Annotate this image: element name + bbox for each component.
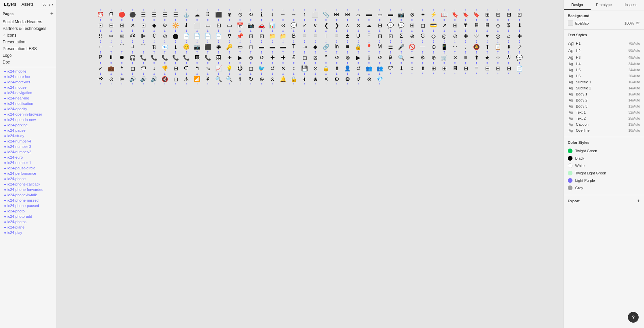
icon-cell-62[interactable]: ❯ xyxy=(332,21,341,30)
tab-design[interactable]: Design xyxy=(564,0,591,10)
icon-cell-257[interactable]: 🔔 xyxy=(279,75,287,83)
icon-cell-98[interactable]: B xyxy=(289,32,298,40)
color-style-item-1[interactable]: Black xyxy=(568,155,640,162)
icon-cell-122[interactable]: ⌒ xyxy=(118,42,126,51)
icon-cell-104[interactable]: U xyxy=(354,32,363,40)
icon-cell-141[interactable]: 🔗 xyxy=(322,42,330,51)
icon-cell-99[interactable]: ≡ xyxy=(300,32,309,40)
export-add-button[interactable]: + xyxy=(637,198,640,204)
icon-cell-237[interactable]: ⊟ xyxy=(494,64,502,73)
icon-cell-33[interactable]: 🔖 xyxy=(451,10,459,19)
icon-cell-27[interactable]: ▬ xyxy=(386,10,395,19)
layer-item-ic24-mobile[interactable]: ◆ic24-mobile xyxy=(0,69,56,74)
icon-cell-138[interactable]: T xyxy=(289,42,298,51)
icon-cell-76[interactable]: 🖥 xyxy=(483,21,492,30)
icon-cell-118[interactable]: ⌂ xyxy=(504,32,513,40)
page-presentation-less[interactable]: Presentation LESS xyxy=(0,45,56,52)
icon-cell-85[interactable]: € xyxy=(150,32,158,40)
icon-cell-100[interactable]: ≡ xyxy=(311,32,320,40)
text-style-item-14[interactable]: Ag Overline 10/Auto xyxy=(568,127,640,133)
icon-cell-249[interactable]: 📶 xyxy=(193,75,201,83)
icon-cell-226[interactable]: 👥 xyxy=(375,64,384,73)
icon-cell-58[interactable]: 💬 xyxy=(289,21,298,30)
icon-cell-72[interactable]: ↗ xyxy=(440,21,449,30)
icon-cell-131[interactable]: ◉ xyxy=(214,42,223,51)
background-visibility-icon[interactable]: 👁 xyxy=(636,21,640,26)
icon-cell-109[interactable]: ⊕ xyxy=(408,32,416,40)
text-style-item-0[interactable]: Ag H1 70/Auto xyxy=(568,40,640,47)
icon-cell-97[interactable]: 📁 xyxy=(279,32,287,40)
icon-cell-24[interactable]: ▱ xyxy=(354,10,363,19)
icon-cell-252[interactable]: 🔍 xyxy=(225,75,234,83)
icon-cell-183[interactable]: ⊗ xyxy=(343,53,352,62)
icon-cell-206[interactable]: 👎 xyxy=(160,64,169,73)
icon-cell-173[interactable]: ▶ xyxy=(236,53,244,62)
icon-cell-11[interactable]: ⬛ xyxy=(214,10,223,19)
text-style-item-6[interactable]: Ag Subtitle 1 16/Auto xyxy=(568,79,640,85)
icon-cell-25[interactable]: ▬ xyxy=(365,10,373,19)
icon-cell-164[interactable]: 📞 xyxy=(139,53,148,62)
icon-cell-130[interactable]: ⬛ xyxy=(203,42,212,51)
icon-cell-14[interactable]: ↻ xyxy=(246,10,255,19)
layer-item-ic24-mouse[interactable]: ◆ic24-mouse xyxy=(0,85,56,90)
icon-cell-178[interactable]: £ xyxy=(289,53,298,62)
icon-cell-172[interactable]: ✈ xyxy=(225,53,234,62)
icon-cell-16[interactable]: ↓ xyxy=(268,10,277,19)
icon-cell-258[interactable]: 🔒 xyxy=(289,75,298,83)
text-style-item-12[interactable]: Ag Text 2 25/Auto xyxy=(568,115,640,121)
icon-cell-119[interactable]: ✚ xyxy=(515,32,524,40)
icon-cell-78[interactable]: $ xyxy=(504,21,513,30)
icon-cell-56[interactable]: 📊 xyxy=(268,21,277,30)
icon-cell-154[interactable]: ⋮ xyxy=(461,42,470,51)
page-social-media[interactable]: Social Media Headers xyxy=(0,18,56,25)
icon-cell-135[interactable]: ▬ xyxy=(257,42,266,51)
icon-cell-35[interactable]: 🔖 xyxy=(472,10,481,19)
text-style-item-11[interactable]: Ag Text 1 32/Auto xyxy=(568,109,640,115)
icon-cell-169[interactable]: 🖼 xyxy=(193,53,201,62)
icon-cell-146[interactable]: M xyxy=(375,42,384,51)
icon-cell-116[interactable]: ♥ xyxy=(483,32,492,40)
layer-item-ic24-pause[interactable]: ◆ic24-pause xyxy=(0,128,56,133)
icon-cell-96[interactable]: 📁 xyxy=(268,32,277,40)
icon-cell-45[interactable]: ◆ xyxy=(150,21,158,30)
icon-cell-106[interactable]: ⊡ xyxy=(375,32,384,40)
icon-cell-61[interactable]: ❮ xyxy=(322,21,330,30)
icon-cell-123[interactable]: ⌗ xyxy=(128,42,137,51)
icon-cell-241[interactable]: ⊘ xyxy=(107,75,116,83)
icon-cell-133[interactable]: ▭ xyxy=(236,42,244,51)
icon-cell-233[interactable]: 🖥 xyxy=(451,64,459,73)
icon-cell-68[interactable]: 💬 xyxy=(397,21,406,30)
color-style-item-2[interactable]: White xyxy=(568,162,640,169)
icon-cell-63[interactable]: ∧ xyxy=(343,21,352,30)
icon-cell-204[interactable]: 🏷 xyxy=(139,64,148,73)
layer-item-ic24-photo-add[interactable]: ◆ic24-photo-add xyxy=(0,214,56,219)
page-presentation[interactable]: Presentation xyxy=(0,39,56,45)
layer-item-ic24-parking[interactable]: ◆ic24-parking xyxy=(0,122,56,128)
icon-cell-73[interactable]: ⊞ xyxy=(451,21,459,30)
icon-cell-263[interactable]: ⚙ xyxy=(343,75,352,83)
icon-cell-26[interactable]: ▭ xyxy=(375,10,384,19)
layer-item-ic24-number-4[interactable]: ◆ic24-number-4 xyxy=(0,138,56,144)
icon-cell-220[interactable]: ⊘ xyxy=(311,64,320,73)
icon-cell-244[interactable]: 🔊 xyxy=(139,75,148,83)
icon-cell-8[interactable]: ⚓ xyxy=(182,10,191,19)
icon-cell-88[interactable]: 📄 xyxy=(182,32,191,40)
icon-cell-82[interactable]: ✉ xyxy=(118,32,126,40)
icon-cell-46[interactable]: ⚙ xyxy=(160,21,169,30)
icon-cell-13[interactable]: ⊙ xyxy=(236,10,244,19)
icon-cell-208[interactable]: ⏱ xyxy=(182,64,191,73)
icon-cell-235[interactable]: ≡ xyxy=(472,64,481,73)
icon-cell-40[interactable]: ⊡ xyxy=(96,21,105,30)
layer-item-ic24-notification[interactable]: ◆ic24-notification xyxy=(0,101,56,106)
icon-cell-262[interactable]: ⚙ xyxy=(332,75,341,83)
layer-item-ic24-plane[interactable]: ◆ic24-plane xyxy=(0,224,56,230)
page-logo[interactable]: Logo xyxy=(0,52,56,59)
text-style-item-1[interactable]: Ag H2 60/Auto xyxy=(568,47,640,54)
icon-cell-171[interactable]: 🖼 xyxy=(214,53,223,62)
icon-cell-225[interactable]: 👥 xyxy=(365,64,373,73)
icon-cell-238[interactable]: ⊟ xyxy=(504,64,513,73)
icon-cell-197[interactable]: ☆ xyxy=(494,53,502,62)
icon-cell-57[interactable]: ⊘ xyxy=(279,21,287,30)
help-button[interactable]: ? xyxy=(628,312,639,323)
background-color-swatch[interactable] xyxy=(568,20,573,26)
